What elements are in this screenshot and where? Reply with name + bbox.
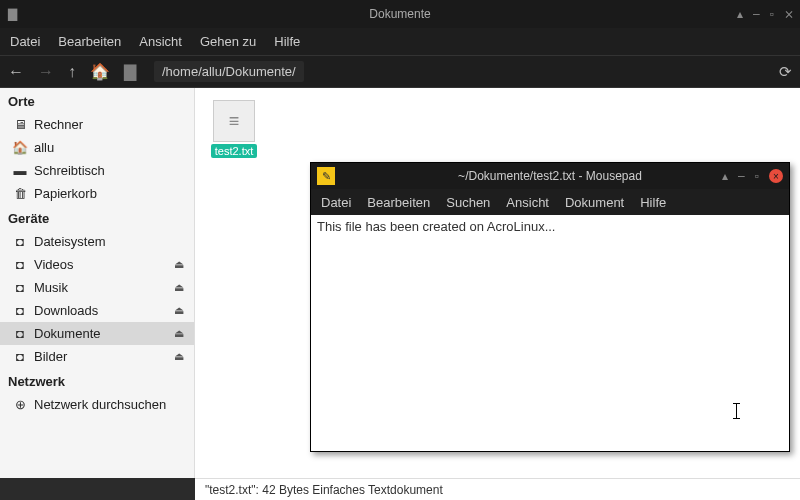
up-icon[interactable]: ▴ <box>737 7 743 21</box>
text-file-icon: ≡ <box>213 100 255 142</box>
eject-icon[interactable]: ⏏ <box>174 327 184 340</box>
eject-icon[interactable]: ⏏ <box>174 258 184 271</box>
menu-datei[interactable]: Datei <box>10 34 40 49</box>
editor-menu-ansicht[interactable]: Ansicht <box>506 195 549 210</box>
menu-bearbeiten[interactable]: Bearbeiten <box>58 34 121 49</box>
sidebar-item-allu[interactable]: 🏠allu <box>0 136 194 159</box>
editor-window-controls: ▴ – ▫ × <box>722 169 783 183</box>
home-icon[interactable]: 🏠 <box>90 62 110 81</box>
sidebar-item-icon: ◘ <box>12 257 28 272</box>
forward-icon[interactable]: → <box>38 63 54 81</box>
editor-close-icon[interactable]: × <box>769 169 783 183</box>
path-field[interactable]: /home/allu/Dokumente/ <box>154 61 304 82</box>
sidebar-item-label: allu <box>34 140 54 155</box>
sidebar-header: Orte <box>0 88 194 113</box>
app-icon: ▇ <box>8 7 17 21</box>
fm-menubar: DateiBearbeitenAnsichtGehen zuHilfe <box>0 28 800 56</box>
fm-toolbar: ← → ↑ 🏠 ▇ /home/allu/Dokumente/ ⟳ <box>0 56 800 88</box>
editor-menu-bearbeiten[interactable]: Bearbeiten <box>367 195 430 210</box>
sidebar-item-dateisystem[interactable]: ◘Dateisystem <box>0 230 194 253</box>
sidebar-item-downloads[interactable]: ◘Downloads⏏ <box>0 299 194 322</box>
editor-menu-dokument[interactable]: Dokument <box>565 195 624 210</box>
file-label: test2.txt <box>211 144 258 158</box>
editor-up-icon[interactable]: ▴ <box>722 169 728 183</box>
editor-titlebar[interactable]: ✎ ~/Dokumente/test2.txt - Mousepad ▴ – ▫… <box>311 163 789 189</box>
up-dir-icon[interactable]: ↑ <box>68 63 76 81</box>
sidebar-item-icon: ◘ <box>12 326 28 341</box>
reload-icon[interactable]: ⟳ <box>779 63 792 81</box>
menu-ansicht[interactable]: Ansicht <box>139 34 182 49</box>
sidebar-item-icon: ◘ <box>12 280 28 295</box>
editor-maximize-icon[interactable]: ▫ <box>755 169 759 183</box>
menu-gehen zu[interactable]: Gehen zu <box>200 34 256 49</box>
sidebar-item-musik[interactable]: ◘Musik⏏ <box>0 276 194 299</box>
folder-icon: ▇ <box>124 62 136 81</box>
window-title: Dokumente <box>369 7 430 21</box>
sidebar-item-netzwerk-durchsuchen[interactable]: ⊕Netzwerk durchsuchen <box>0 393 194 416</box>
sidebar-item-label: Schreibtisch <box>34 163 105 178</box>
menu-hilfe[interactable]: Hilfe <box>274 34 300 49</box>
sidebar-item-schreibtisch[interactable]: ▬Schreibtisch <box>0 159 194 182</box>
file-item[interactable]: ≡ test2.txt <box>207 100 261 158</box>
sidebar-item-icon: ⊕ <box>12 397 28 412</box>
sidebar-item-label: Dokumente <box>34 326 100 341</box>
maximize-icon[interactable]: ▫ <box>770 7 774 21</box>
sidebar-item-label: Videos <box>34 257 74 272</box>
sidebar-item-papierkorb[interactable]: 🗑Papierkorb <box>0 182 194 205</box>
close-icon[interactable]: ⨯ <box>784 7 794 21</box>
sidebar-item-icon: 🖥 <box>12 117 28 132</box>
fm-titlebar: ▇ Dokumente ▴ – ▫ ⨯ <box>0 0 800 28</box>
sidebar-item-icon: ▬ <box>12 163 28 178</box>
sidebar-item-label: Dateisystem <box>34 234 106 249</box>
sidebar-item-label: Musik <box>34 280 68 295</box>
sidebar-item-dokumente[interactable]: ◘Dokumente⏏ <box>0 322 194 345</box>
editor-text-area[interactable]: This file has been created on AcroLinux.… <box>311 215 789 451</box>
sidebar-item-bilder[interactable]: ◘Bilder⏏ <box>0 345 194 368</box>
mousepad-icon: ✎ <box>317 167 335 185</box>
sidebar-item-icon: ◘ <box>12 349 28 364</box>
sidebar-item-icon: 🗑 <box>12 186 28 201</box>
sidebar-item-label: Papierkorb <box>34 186 97 201</box>
sidebar-item-label: Downloads <box>34 303 98 318</box>
minimize-icon[interactable]: – <box>753 7 760 21</box>
sidebar: Orte🖥Rechner🏠allu▬Schreibtisch🗑Papierkor… <box>0 88 195 478</box>
sidebar-item-label: Netzwerk durchsuchen <box>34 397 166 412</box>
window-controls: ▴ – ▫ ⨯ <box>737 7 794 21</box>
sidebar-item-label: Bilder <box>34 349 67 364</box>
editor-menubar: DateiBearbeitenSuchenAnsichtDokumentHilf… <box>311 189 789 215</box>
eject-icon[interactable]: ⏏ <box>174 350 184 363</box>
back-icon[interactable]: ← <box>8 63 24 81</box>
sidebar-item-icon: 🏠 <box>12 140 28 155</box>
sidebar-item-icon: ◘ <box>12 234 28 249</box>
sidebar-item-rechner[interactable]: 🖥Rechner <box>0 113 194 136</box>
editor-menu-datei[interactable]: Datei <box>321 195 351 210</box>
editor-menu-suchen[interactable]: Suchen <box>446 195 490 210</box>
editor-menu-hilfe[interactable]: Hilfe <box>640 195 666 210</box>
sidebar-header: Geräte <box>0 205 194 230</box>
status-text: "test2.txt": 42 Bytes Einfaches Textdoku… <box>205 483 443 497</box>
editor-content: This file has been created on AcroLinux.… <box>317 219 555 234</box>
sidebar-item-icon: ◘ <box>12 303 28 318</box>
editor-title: ~/Dokumente/test2.txt - Mousepad <box>458 169 642 183</box>
sidebar-item-label: Rechner <box>34 117 83 132</box>
sidebar-header: Netzwerk <box>0 368 194 393</box>
editor-window: ✎ ~/Dokumente/test2.txt - Mousepad ▴ – ▫… <box>310 162 790 452</box>
eject-icon[interactable]: ⏏ <box>174 304 184 317</box>
sidebar-item-videos[interactable]: ◘Videos⏏ <box>0 253 194 276</box>
editor-minimize-icon[interactable]: – <box>738 169 745 183</box>
status-bar: "test2.txt": 42 Bytes Einfaches Textdoku… <box>195 478 800 500</box>
text-cursor-icon <box>736 403 737 419</box>
eject-icon[interactable]: ⏏ <box>174 281 184 294</box>
